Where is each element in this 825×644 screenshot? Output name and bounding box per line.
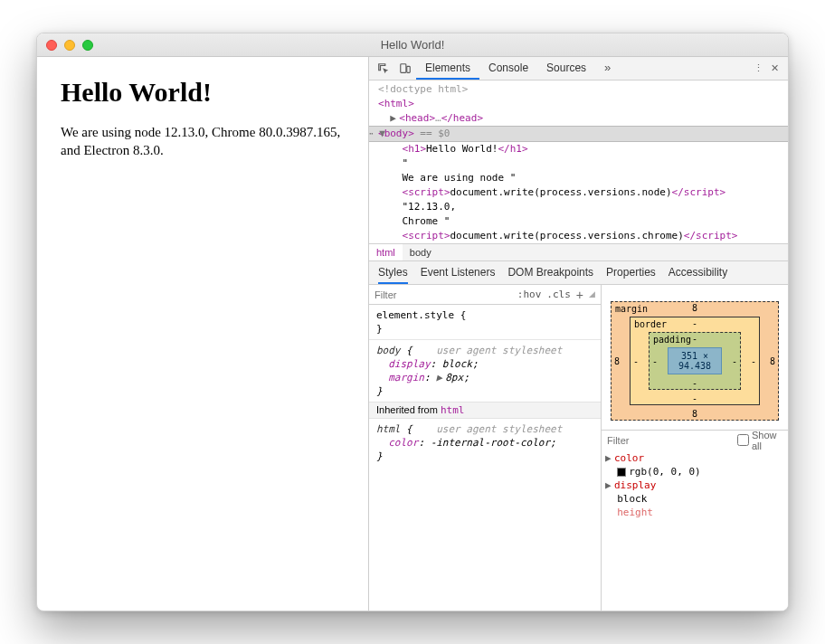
styles-pane-resize-icon[interactable]: ◢ xyxy=(589,291,595,298)
margin-left[interactable]: 8 xyxy=(614,356,620,366)
margin-right[interactable]: 8 xyxy=(770,356,775,366)
dom-tree[interactable]: <!doctype html> <html> ▶<head>…</head> <… xyxy=(369,80,788,243)
border-left[interactable]: - xyxy=(633,356,639,366)
ua-label-2: user agent stylesheet xyxy=(436,423,562,435)
window-title: Hello World! xyxy=(37,38,788,52)
close-window-button[interactable] xyxy=(46,40,57,51)
subtab-event-listeners[interactable]: Event Listeners xyxy=(421,261,496,284)
computed-color-prop[interactable]: color xyxy=(614,452,644,464)
subtab-styles[interactable]: Styles xyxy=(378,261,408,284)
rendered-page: Hello World! We are using node 12.13.0, … xyxy=(37,57,368,611)
margin-top[interactable]: 8 xyxy=(692,303,697,313)
padding-label: padding xyxy=(653,335,691,345)
margin-bottom[interactable]: 8 xyxy=(692,409,697,419)
show-all-checkbox[interactable] xyxy=(737,434,749,446)
minimize-window-button[interactable] xyxy=(64,40,75,51)
devtools-tabs: Elements Console Sources » xyxy=(416,57,620,80)
text-quote: " xyxy=(403,157,409,169)
script-body-1[interactable]: document.write(process.versions.node) xyxy=(450,186,672,198)
script-tag-2[interactable]: script xyxy=(408,230,444,242)
new-style-rule-button[interactable]: + xyxy=(576,288,583,302)
padding-right[interactable]: - xyxy=(732,356,737,366)
tab-sources[interactable]: Sources xyxy=(537,57,595,80)
element-style-block[interactable]: element.style { } xyxy=(369,305,601,339)
script-body-2[interactable]: document.write(process.versions.chrome) xyxy=(450,230,684,242)
page-heading: Hello World! xyxy=(61,77,345,108)
doctype-node[interactable]: <!doctype html> xyxy=(378,83,468,95)
ua-label-1: user agent stylesheet xyxy=(436,345,562,356)
color-swatch[interactable] xyxy=(617,468,626,477)
devtools-menu-icon[interactable]: ⋮ xyxy=(754,62,763,74)
script-close-2: /script xyxy=(689,230,731,242)
svg-rect-1 xyxy=(407,66,411,72)
h1-text-node[interactable]: Hello World! xyxy=(426,143,498,155)
padding-bottom[interactable]: - xyxy=(692,378,697,388)
html-rule-block[interactable]: html { user agent stylesheet color: -int… xyxy=(369,419,601,467)
more-tabs-button[interactable]: » xyxy=(595,57,620,80)
devtools-toolbar: Elements Console Sources » ⋮ ✕ xyxy=(369,57,788,80)
h1-close-tag: /h1 xyxy=(504,143,522,155)
border-right[interactable]: - xyxy=(751,356,756,366)
styles-filter-bar: :hov .cls + ◢ xyxy=(369,285,601,305)
subtab-accessibility[interactable]: Accessibility xyxy=(669,261,727,284)
subtab-dom-breakpoints[interactable]: DOM Breakpoints xyxy=(507,261,593,284)
computed-list[interactable]: ▶color rgb(0, 0, 0) ▶display block heigh… xyxy=(602,450,788,521)
computed-display-prop[interactable]: display xyxy=(614,479,656,491)
devtools-close-icon[interactable]: ✕ xyxy=(771,62,779,74)
padding-top[interactable]: - xyxy=(692,334,697,344)
styles-filter-input[interactable] xyxy=(375,289,429,300)
show-all-toggle[interactable]: Show all xyxy=(737,430,782,451)
text-node-2[interactable]: "12.13.0, Chrome " xyxy=(378,201,456,227)
element-breadcrumbs: html body xyxy=(369,243,788,261)
padding-left[interactable]: - xyxy=(652,356,658,366)
box-model-pane: margin 8 8 8 8 border - - - - xyxy=(602,285,788,611)
border-top[interactable]: - xyxy=(692,318,697,328)
script-close-1: /script xyxy=(678,186,719,198)
h1-tag[interactable]: h1 xyxy=(408,143,420,155)
body-rule-block[interactable]: body { user agent stylesheet display: bl… xyxy=(369,340,601,402)
styles-row: :hov .cls + ◢ element.style { } body { u… xyxy=(369,285,788,611)
text-node-1[interactable]: We are using node " xyxy=(378,172,516,184)
page-body-text: We are using node 12.13.0, Chrome 80.0.3… xyxy=(61,124,345,159)
subtab-properties[interactable]: Properties xyxy=(606,261,656,284)
crumb-html[interactable]: html xyxy=(369,244,403,260)
script-tag-1[interactable]: script xyxy=(408,186,444,198)
titlebar: Hello World! xyxy=(37,33,788,57)
show-all-label: Show all xyxy=(752,430,782,451)
computed-display-val: block xyxy=(617,493,647,505)
selected-body-node[interactable]: <body> == $0 xyxy=(369,126,788,142)
cls-toggle[interactable]: .cls xyxy=(546,289,571,300)
eq0-label: == $0 xyxy=(414,128,450,139)
tab-console[interactable]: Console xyxy=(479,57,537,80)
hov-toggle[interactable]: :hov xyxy=(517,289,542,300)
margin-label: margin xyxy=(615,304,648,314)
crumb-body[interactable]: body xyxy=(403,244,439,260)
head-tag[interactable]: head xyxy=(405,112,430,124)
computed-height-prop[interactable]: height xyxy=(617,507,653,518)
html-tag[interactable]: html xyxy=(384,98,409,109)
border-bottom[interactable]: - xyxy=(692,393,697,403)
computed-filter-input[interactable] xyxy=(607,435,732,446)
head-close-tag: /head xyxy=(447,112,477,124)
styles-pane: :hov .cls + ◢ element.style { } body { u… xyxy=(369,285,602,611)
inspect-element-icon[interactable] xyxy=(373,59,394,79)
styles-subtabs: Styles Event Listeners DOM Breakpoints P… xyxy=(369,261,788,285)
svg-rect-0 xyxy=(401,63,406,72)
tab-elements[interactable]: Elements xyxy=(416,57,479,80)
devtools-panel: Elements Console Sources » ⋮ ✕ <!doctype… xyxy=(368,57,788,611)
inherited-separator: Inherited from html xyxy=(369,402,601,419)
content-dimensions[interactable]: 351 × 94.438 xyxy=(668,347,722,374)
content-area: Hello World! We are using node 12.13.0, … xyxy=(37,57,788,611)
box-model-diagram[interactable]: margin 8 8 8 8 border - - - - xyxy=(602,285,788,430)
maximize-window-button[interactable] xyxy=(82,40,93,51)
app-window: Hello World! Hello World! We are using n… xyxy=(36,33,789,611)
traffic-lights xyxy=(46,40,93,51)
device-toolbar-icon[interactable] xyxy=(394,59,416,79)
head-ellipsis: … xyxy=(435,112,441,124)
border-label: border xyxy=(634,319,667,329)
computed-filter-bar: Show all xyxy=(602,430,788,450)
computed-color-val: rgb(0, 0, 0) xyxy=(629,466,700,478)
